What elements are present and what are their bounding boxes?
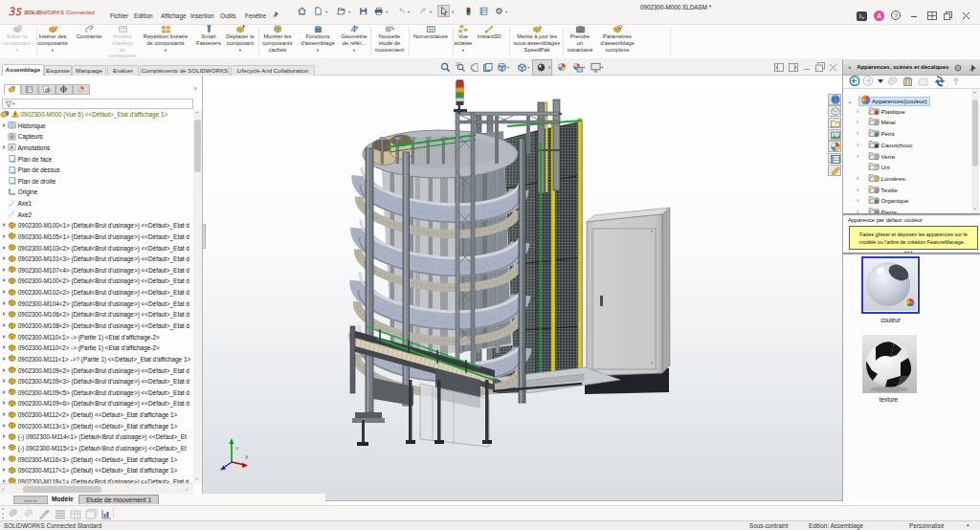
svg-text:SOLIDWORKS Connected: SOLIDWORKS Connected [24,9,95,15]
svg-text:X: X [245,454,249,460]
svg-text:A: A [11,144,14,150]
svg-text:Y: Y [235,446,239,452]
